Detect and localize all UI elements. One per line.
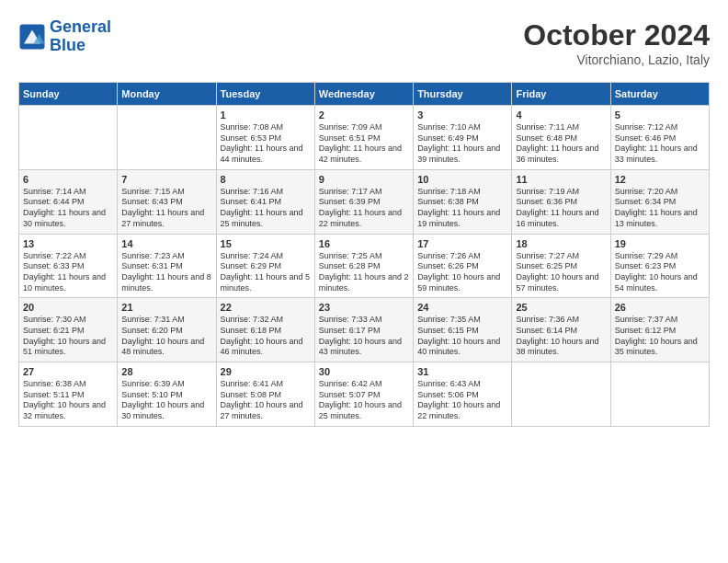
calendar-day-cell: [19, 106, 118, 170]
month-title: October 2024: [523, 18, 710, 52]
day-number: 1: [221, 109, 311, 121]
day-number: 16: [319, 238, 409, 249]
calendar-day-cell: 10 Sunrise: 7:18 AM Sunset: 6:38 PM Dayl…: [414, 169, 512, 234]
weekday-header-row: SundayMondayTuesdayWednesdayThursdayFrid…: [19, 83, 710, 106]
calendar-day-cell: 19 Sunrise: 7:29 AM Sunset: 6:23 PM Dayl…: [610, 234, 709, 298]
logo-line2: Blue: [50, 36, 85, 54]
day-number: 7: [121, 174, 211, 185]
calendar-day-cell: 2 Sunrise: 7:09 AM Sunset: 6:51 PM Dayli…: [314, 106, 413, 170]
calendar-day-cell: 6 Sunrise: 7:14 AM Sunset: 6:44 PM Dayli…: [19, 169, 118, 234]
day-number: 14: [121, 238, 211, 249]
calendar-day-cell: [512, 362, 610, 427]
day-number: 31: [417, 366, 507, 377]
calendar-day-cell: 4 Sunrise: 7:11 AM Sunset: 6:48 PM Dayli…: [512, 106, 610, 170]
day-number: 30: [319, 366, 409, 377]
day-info: Sunrise: 7:11 AM Sunset: 6:48 PM Dayligh…: [516, 122, 606, 166]
day-number: 10: [417, 174, 507, 185]
day-info: Sunrise: 6:41 AM Sunset: 5:08 PM Dayligh…: [221, 379, 311, 422]
day-number: 18: [516, 238, 606, 249]
calendar-week-row: 13 Sunrise: 7:22 AM Sunset: 6:33 PM Dayl…: [19, 234, 710, 298]
calendar-day-cell: 23 Sunrise: 7:33 AM Sunset: 6:17 PM Dayl…: [314, 298, 413, 362]
day-info: Sunrise: 7:25 AM Sunset: 6:28 PM Dayligh…: [319, 251, 409, 294]
calendar-day-cell: 20 Sunrise: 7:30 AM Sunset: 6:21 PM Dayl…: [19, 298, 118, 362]
calendar-week-row: 27 Sunrise: 6:38 AM Sunset: 5:11 PM Dayl…: [19, 362, 710, 427]
weekday-header: Sunday: [19, 83, 118, 106]
day-number: 13: [23, 238, 113, 249]
day-info: Sunrise: 7:20 AM Sunset: 6:34 PM Dayligh…: [615, 187, 705, 230]
day-number: 19: [615, 238, 705, 249]
day-info: Sunrise: 7:22 AM Sunset: 6:33 PM Dayligh…: [23, 251, 113, 294]
weekday-header: Saturday: [610, 83, 709, 106]
day-number: 8: [221, 174, 311, 185]
calendar-day-cell: 21 Sunrise: 7:31 AM Sunset: 6:20 PM Dayl…: [118, 298, 216, 362]
day-number: 23: [319, 302, 409, 313]
day-info: Sunrise: 7:17 AM Sunset: 6:39 PM Dayligh…: [319, 187, 409, 230]
calendar-day-cell: 3 Sunrise: 7:10 AM Sunset: 6:49 PM Dayli…: [414, 106, 512, 170]
day-info: Sunrise: 7:31 AM Sunset: 6:20 PM Dayligh…: [121, 315, 211, 358]
calendar-day-cell: 13 Sunrise: 7:22 AM Sunset: 6:33 PM Dayl…: [19, 234, 118, 298]
day-info: Sunrise: 7:09 AM Sunset: 6:51 PM Dayligh…: [319, 122, 409, 166]
day-number: 17: [417, 238, 507, 249]
day-info: Sunrise: 7:24 AM Sunset: 6:29 PM Dayligh…: [221, 251, 311, 294]
day-number: 4: [516, 109, 606, 121]
day-info: Sunrise: 7:35 AM Sunset: 6:15 PM Dayligh…: [417, 315, 507, 358]
day-info: Sunrise: 7:32 AM Sunset: 6:18 PM Dayligh…: [221, 315, 311, 358]
calendar-week-row: 1 Sunrise: 7:08 AM Sunset: 6:53 PM Dayli…: [19, 106, 710, 170]
calendar-day-cell: [610, 362, 709, 427]
day-info: Sunrise: 7:16 AM Sunset: 6:41 PM Dayligh…: [221, 187, 311, 230]
day-info: Sunrise: 7:37 AM Sunset: 6:12 PM Dayligh…: [615, 315, 705, 358]
logo-icon: [18, 23, 46, 51]
day-number: 3: [417, 109, 507, 121]
calendar-day-cell: 26 Sunrise: 7:37 AM Sunset: 6:12 PM Dayl…: [610, 298, 709, 362]
day-info: Sunrise: 6:43 AM Sunset: 5:06 PM Dayligh…: [417, 379, 507, 422]
logo-text: General Blue: [50, 18, 111, 55]
calendar-day-cell: 7 Sunrise: 7:15 AM Sunset: 6:43 PM Dayli…: [118, 169, 216, 234]
calendar-day-cell: 27 Sunrise: 6:38 AM Sunset: 5:11 PM Dayl…: [19, 362, 118, 427]
day-number: 26: [615, 302, 705, 313]
calendar-day-cell: 11 Sunrise: 7:19 AM Sunset: 6:36 PM Dayl…: [512, 169, 610, 234]
day-info: Sunrise: 7:19 AM Sunset: 6:36 PM Dayligh…: [516, 187, 606, 230]
calendar-day-cell: 1 Sunrise: 7:08 AM Sunset: 6:53 PM Dayli…: [216, 106, 314, 170]
day-info: Sunrise: 7:33 AM Sunset: 6:17 PM Dayligh…: [319, 315, 409, 358]
calendar-day-cell: 30 Sunrise: 6:42 AM Sunset: 5:07 PM Dayl…: [314, 362, 413, 427]
weekday-header: Monday: [118, 83, 216, 106]
calendar-day-cell: [118, 106, 216, 170]
calendar-week-row: 6 Sunrise: 7:14 AM Sunset: 6:44 PM Dayli…: [19, 169, 710, 234]
day-number: 21: [121, 302, 211, 313]
day-number: 11: [516, 174, 606, 185]
calendar-day-cell: 12 Sunrise: 7:20 AM Sunset: 6:34 PM Dayl…: [610, 169, 709, 234]
day-number: 29: [221, 366, 311, 377]
day-info: Sunrise: 7:14 AM Sunset: 6:44 PM Dayligh…: [23, 187, 113, 230]
weekday-header: Wednesday: [314, 83, 413, 106]
calendar-day-cell: 8 Sunrise: 7:16 AM Sunset: 6:41 PM Dayli…: [216, 169, 314, 234]
calendar-day-cell: 16 Sunrise: 7:25 AM Sunset: 6:28 PM Dayl…: [314, 234, 413, 298]
calendar-day-cell: 28 Sunrise: 6:39 AM Sunset: 5:10 PM Dayl…: [118, 362, 216, 427]
calendar-day-cell: 22 Sunrise: 7:32 AM Sunset: 6:18 PM Dayl…: [216, 298, 314, 362]
calendar-day-cell: 31 Sunrise: 6:43 AM Sunset: 5:06 PM Dayl…: [414, 362, 512, 427]
day-info: Sunrise: 7:18 AM Sunset: 6:38 PM Dayligh…: [417, 187, 507, 230]
day-info: Sunrise: 6:39 AM Sunset: 5:10 PM Dayligh…: [121, 379, 211, 422]
weekday-header: Tuesday: [216, 83, 314, 106]
calendar-day-cell: 17 Sunrise: 7:26 AM Sunset: 6:26 PM Dayl…: [414, 234, 512, 298]
day-number: 5: [615, 109, 705, 121]
weekday-header: Thursday: [414, 83, 512, 106]
calendar-week-row: 20 Sunrise: 7:30 AM Sunset: 6:21 PM Dayl…: [19, 298, 710, 362]
day-number: 22: [221, 302, 311, 313]
day-info: Sunrise: 7:26 AM Sunset: 6:26 PM Dayligh…: [417, 251, 507, 294]
calendar-day-cell: 9 Sunrise: 7:17 AM Sunset: 6:39 PM Dayli…: [314, 169, 413, 234]
day-number: 25: [516, 302, 606, 313]
day-info: Sunrise: 7:36 AM Sunset: 6:14 PM Dayligh…: [516, 315, 606, 358]
day-number: 20: [23, 302, 113, 313]
day-info: Sunrise: 7:08 AM Sunset: 6:53 PM Dayligh…: [221, 122, 311, 166]
calendar-day-cell: 14 Sunrise: 7:23 AM Sunset: 6:31 PM Dayl…: [118, 234, 216, 298]
day-number: 24: [417, 302, 507, 313]
day-info: Sunrise: 7:29 AM Sunset: 6:23 PM Dayligh…: [615, 251, 705, 294]
day-info: Sunrise: 6:38 AM Sunset: 5:11 PM Dayligh…: [23, 379, 113, 422]
day-number: 12: [615, 174, 705, 185]
weekday-header: Friday: [512, 83, 610, 106]
calendar-day-cell: 29 Sunrise: 6:41 AM Sunset: 5:08 PM Dayl…: [216, 362, 314, 427]
day-info: Sunrise: 7:10 AM Sunset: 6:49 PM Dayligh…: [417, 122, 507, 166]
day-number: 2: [319, 109, 409, 121]
day-info: Sunrise: 7:30 AM Sunset: 6:21 PM Dayligh…: [23, 315, 113, 358]
logo-line1: General: [50, 17, 111, 36]
